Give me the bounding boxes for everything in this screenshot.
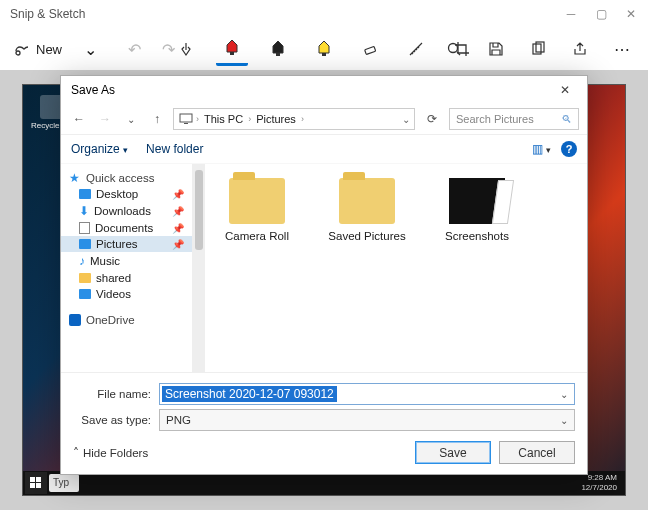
- new-snip-button[interactable]: New: [8, 32, 72, 66]
- address-dropdown-icon[interactable]: ⌄: [402, 114, 410, 125]
- share-icon: [572, 41, 588, 57]
- touch-writing-button[interactable]: [170, 32, 202, 66]
- quick-access-header[interactable]: ★ Quick access: [61, 170, 192, 186]
- organize-menu[interactable]: Organize ▾: [71, 142, 128, 156]
- folder-thumb-icon: [449, 178, 505, 224]
- nav-item-downloads[interactable]: ⬇Downloads📌: [61, 202, 192, 220]
- new-folder-button[interactable]: New folder: [146, 142, 203, 156]
- start-button: [25, 472, 47, 494]
- breadcrumb-root[interactable]: This PC: [201, 113, 246, 125]
- ruler-button[interactable]: [400, 32, 432, 66]
- videos-icon: [79, 289, 91, 299]
- svg-rect-12: [36, 477, 41, 482]
- filetype-label: Save as type:: [73, 414, 151, 426]
- nav-recent-button[interactable]: ⌄: [121, 109, 141, 129]
- nav-forward-button[interactable]: →: [95, 109, 115, 129]
- cancel-button[interactable]: Cancel: [499, 441, 575, 464]
- nav-item-music[interactable]: ♪Music: [61, 252, 192, 270]
- view-options-button[interactable]: ▥ ▾: [532, 142, 551, 156]
- new-snip-dropdown[interactable]: ⌄: [74, 32, 106, 66]
- taskbar-search: Typ: [49, 474, 79, 492]
- nav-item-desktop[interactable]: Desktop📌: [61, 186, 192, 202]
- nav-item-videos[interactable]: Videos: [61, 286, 192, 302]
- share-button[interactable]: [564, 32, 596, 66]
- hide-folders-toggle[interactable]: ˄ Hide Folders: [73, 446, 148, 460]
- pin-icon: 📌: [172, 206, 184, 217]
- downloads-icon: ⬇: [79, 204, 89, 218]
- folder-icon: [229, 178, 285, 224]
- help-button[interactable]: ?: [561, 141, 577, 157]
- ballpoint-pen-button[interactable]: [216, 32, 248, 66]
- filename-dropdown-icon[interactable]: ⌄: [556, 389, 572, 400]
- app-title: Snip & Sketch: [10, 7, 85, 21]
- refresh-button[interactable]: ⟳: [421, 112, 443, 126]
- undo-icon: ↶: [126, 41, 142, 57]
- chevron-up-icon: ˄: [73, 446, 79, 460]
- folder-saved-pictures[interactable]: Saved Pictures: [325, 178, 409, 242]
- eraser-icon: [362, 41, 378, 57]
- pictures-icon: [79, 239, 91, 249]
- filetype-value: PNG: [166, 414, 191, 426]
- new-snip-icon: [14, 41, 30, 57]
- pin-icon: 📌: [172, 189, 184, 200]
- save-button[interactable]: [480, 32, 512, 66]
- filetype-select[interactable]: PNG ⌄: [159, 409, 575, 431]
- nav-item-pictures[interactable]: Pictures📌: [61, 236, 192, 252]
- address-bar[interactable]: › This PC › Pictures › ⌄: [173, 108, 415, 130]
- touch-icon: [178, 41, 194, 57]
- more-button[interactable]: ⋯: [606, 32, 638, 66]
- save-file-button[interactable]: Save: [415, 441, 491, 464]
- new-label: New: [36, 42, 62, 57]
- nav-scrollbar[interactable]: [193, 164, 205, 372]
- folder-content[interactable]: Camera Roll Saved Pictures Screenshots: [205, 164, 587, 372]
- highlighter-button[interactable]: [308, 32, 340, 66]
- pc-icon: [178, 111, 194, 127]
- folder-icon: [79, 273, 91, 283]
- svg-rect-11: [30, 477, 35, 482]
- svg-rect-7: [365, 46, 376, 54]
- copy-button[interactable]: [522, 32, 554, 66]
- breadcrumb-folder[interactable]: Pictures: [253, 113, 299, 125]
- more-icon: ⋯: [614, 41, 630, 57]
- filename-label: File name:: [73, 388, 151, 400]
- svg-marker-5: [319, 41, 329, 53]
- navigation-pane: ★ Quick access Desktop📌 ⬇Downloads📌 Docu…: [61, 164, 193, 372]
- undo-button[interactable]: ↶: [118, 32, 150, 66]
- svg-marker-1: [227, 40, 237, 52]
- nav-item-documents[interactable]: Documents📌: [61, 220, 192, 236]
- search-box[interactable]: Search Pictures 🔍︎: [449, 108, 579, 130]
- nav-item-shared[interactable]: shared: [61, 270, 192, 286]
- pen-black-icon: [270, 41, 286, 57]
- filename-input[interactable]: Screenshot 2020-12-07 093012 ⌄: [159, 383, 575, 405]
- folder-screenshots[interactable]: Screenshots: [435, 178, 519, 242]
- pen-red-icon: [224, 40, 240, 56]
- search-placeholder: Search Pictures: [456, 113, 534, 125]
- pin-icon: 📌: [172, 239, 184, 250]
- nav-up-button[interactable]: ↑: [147, 109, 167, 129]
- search-icon: 🔍︎: [561, 113, 572, 125]
- app-toolbar: New ⌄ ↶ ↷ ⋯: [0, 28, 648, 70]
- folder-camera-roll[interactable]: Camera Roll: [215, 178, 299, 242]
- dialog-close-button[interactable]: ✕: [551, 83, 579, 97]
- ruler-icon: [408, 41, 424, 57]
- documents-icon: [79, 222, 90, 234]
- svg-rect-4: [276, 53, 280, 56]
- crop-button[interactable]: [446, 32, 478, 66]
- nav-back-button[interactable]: ←: [69, 109, 89, 129]
- copy-icon: [530, 41, 546, 57]
- maximize-button[interactable]: ▢: [586, 0, 616, 28]
- svg-rect-13: [30, 483, 35, 488]
- close-app-button[interactable]: ✕: [616, 0, 646, 28]
- chevron-down-icon: ⌄: [82, 41, 98, 57]
- quick-access-icon: ★: [69, 172, 81, 184]
- eraser-button[interactable]: [354, 32, 386, 66]
- pencil-button[interactable]: [262, 32, 294, 66]
- svg-rect-2: [230, 52, 234, 55]
- breadcrumb-sep: ›: [196, 114, 199, 124]
- minimize-button[interactable]: ─: [556, 0, 586, 28]
- onedrive-icon: [69, 314, 81, 326]
- svg-rect-15: [180, 114, 192, 122]
- chevron-down-icon: ⌄: [560, 415, 568, 426]
- music-icon: ♪: [79, 254, 85, 268]
- onedrive-header[interactable]: OneDrive: [61, 312, 192, 328]
